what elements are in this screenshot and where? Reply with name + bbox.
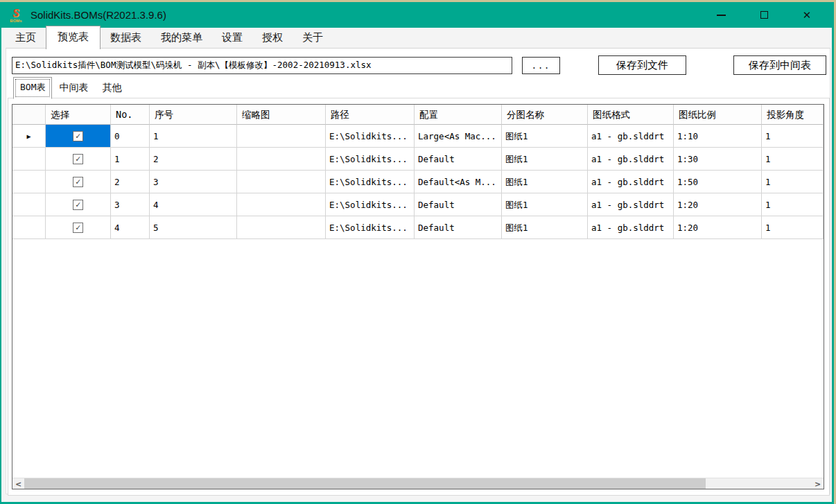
maximize-button[interactable] (742, 2, 785, 28)
row-selector[interactable] (12, 193, 46, 216)
scroll-right-button[interactable]: > (812, 478, 824, 489)
cell-projection[interactable]: 1 (762, 148, 824, 171)
save-to-file-button[interactable]: 保存到文件 (598, 55, 686, 75)
col-header-seq[interactable]: 序号 (150, 105, 237, 125)
col-header-config[interactable]: 配置 (415, 105, 502, 125)
cell-thumbnail[interactable] (237, 125, 326, 148)
cell-no[interactable]: 3 (111, 193, 150, 216)
checkbox-checked[interactable]: ✓ (73, 223, 83, 233)
subtab-bom-table[interactable]: BOM表 (13, 77, 52, 99)
scrollbar-thumb[interactable] (24, 478, 706, 489)
col-header-scale[interactable]: 图纸比例 (674, 105, 762, 125)
cell-thumbnail[interactable] (237, 171, 326, 193)
cell-path[interactable]: E:\Solidkits... (326, 216, 415, 239)
cell-thumbnail[interactable] (237, 148, 326, 171)
cell-sheet-name[interactable]: 图纸1 (502, 193, 588, 216)
save-to-intermediate-button[interactable]: 保存到中间表 (733, 55, 826, 75)
checkbox-checked[interactable]: ✓ (73, 177, 83, 187)
cell-sheet-name[interactable]: 图纸1 (502, 216, 588, 239)
tab-preview-table[interactable]: 预览表 (46, 26, 101, 49)
cell-config[interactable]: Default (415, 193, 502, 216)
cell-projection[interactable]: 1 (762, 216, 824, 239)
col-header-sheet-name[interactable]: 分图名称 (502, 105, 588, 125)
file-path-input[interactable] (12, 57, 512, 74)
checkbox-checked[interactable]: ✓ (73, 154, 83, 164)
close-button[interactable]: ✕ (785, 2, 828, 28)
row-selector[interactable] (12, 171, 46, 193)
cell-thumbnail[interactable] (237, 216, 326, 239)
cell-config[interactable]: Default (415, 216, 502, 239)
cell-projection[interactable]: 1 (762, 171, 824, 193)
cell-seq[interactable]: 4 (150, 193, 237, 216)
cell-thumbnail[interactable] (237, 193, 326, 216)
cell-config[interactable]: Default<As M... (415, 171, 502, 193)
checkbox-checked[interactable]: ✓ (73, 131, 83, 141)
cell-select[interactable]: ✓ (46, 216, 111, 239)
cell-path[interactable]: E:\Solidkits... (326, 171, 415, 193)
cell-config[interactable]: Large<As Mac... (415, 125, 502, 148)
cell-path[interactable]: E:\Solidkits... (326, 125, 415, 148)
minimize-button[interactable] (699, 2, 742, 28)
tab-authorization[interactable]: 授权 (252, 28, 293, 49)
cell-select[interactable]: ✓ (46, 193, 111, 216)
cell-projection[interactable]: 1 (762, 125, 824, 148)
checkbox-checked[interactable]: ✓ (73, 200, 83, 210)
col-header-no[interactable]: No. (111, 105, 150, 125)
col-header-path[interactable]: 路径 (326, 105, 415, 125)
browse-button[interactable]: ... (522, 57, 560, 74)
row-selector[interactable]: ▶ (12, 125, 46, 148)
col-header-projection[interactable]: 投影角度 (762, 105, 824, 125)
tab-my-menu[interactable]: 我的菜单 (151, 28, 212, 49)
cell-select[interactable]: ✓ (46, 125, 111, 148)
cell-no[interactable]: 4 (111, 216, 150, 239)
cell-no[interactable]: 0 (111, 125, 150, 148)
cell-sheet-format[interactable]: a1 - gb.slddrt (588, 148, 674, 171)
col-header-sheet-format[interactable]: 图纸格式 (588, 105, 674, 125)
app-logo-icon: S BOMs (7, 5, 25, 26)
tab-data-table[interactable]: 数据表 (101, 28, 151, 49)
tab-about[interactable]: 关于 (293, 28, 333, 49)
col-header-thumbnail[interactable]: 缩略图 (237, 105, 326, 125)
cell-sheet-format[interactable]: a1 - gb.slddrt (588, 171, 674, 193)
cell-sheet-format[interactable]: a1 - gb.slddrt (588, 193, 674, 216)
title-bar: S BOMs SolidKits.BOMs(R2021.3.9.6) ✕ (0, 2, 834, 28)
horizontal-scrollbar[interactable]: < > (12, 478, 824, 489)
subtab-intermediate-table[interactable]: 中间表 (52, 79, 95, 98)
scroll-left-button[interactable]: < (12, 478, 24, 489)
cell-scale[interactable]: 1:20 (674, 216, 762, 239)
cell-sheet-name[interactable]: 图纸1 (502, 125, 588, 148)
maximize-icon (760, 11, 768, 19)
tab-settings[interactable]: 设置 (212, 28, 252, 49)
cell-scale[interactable]: 1:10 (674, 125, 762, 148)
minimize-icon (717, 15, 726, 16)
cell-scale[interactable]: 1:50 (674, 171, 762, 193)
row-selector[interactable] (12, 148, 46, 171)
cell-projection[interactable]: 1 (762, 193, 824, 216)
table-row: ▶ ✓ 0 1 E:\Solidkits... Large<As Mac... … (12, 125, 824, 148)
cell-seq[interactable]: 3 (150, 171, 237, 193)
table-row: ✓ 1 2 E:\Solidkits... Default 图纸1 a1 - g… (12, 148, 824, 171)
cell-select[interactable]: ✓ (46, 148, 111, 171)
cell-config[interactable]: Default (415, 148, 502, 171)
cell-sheet-name[interactable]: 图纸1 (502, 148, 588, 171)
cell-sheet-name[interactable]: 图纸1 (502, 171, 588, 193)
cell-path[interactable]: E:\Solidkits... (326, 148, 415, 171)
bom-data-grid: 选择 No. 序号 缩略图 路径 配置 分图名称 图纸格式 图纸比例 投影角度 … (12, 104, 824, 489)
cell-seq[interactable]: 1 (150, 125, 237, 148)
tab-home[interactable]: 主页 (6, 28, 46, 49)
cell-scale[interactable]: 1:30 (674, 148, 762, 171)
cell-seq[interactable]: 5 (150, 216, 237, 239)
col-header-select[interactable]: 选择 (46, 105, 111, 125)
cell-sheet-format[interactable]: a1 - gb.slddrt (588, 216, 674, 239)
cell-no[interactable]: 2 (111, 171, 150, 193)
cell-scale[interactable]: 1:20 (674, 193, 762, 216)
cell-no[interactable]: 1 (111, 148, 150, 171)
subtab-other[interactable]: 其他 (95, 79, 128, 98)
logo-badge-text: BOMs (10, 19, 21, 23)
cell-select[interactable]: ✓ (46, 171, 111, 193)
cell-sheet-format[interactable]: a1 - gb.slddrt (588, 125, 674, 148)
cell-seq[interactable]: 2 (150, 148, 237, 171)
row-selector[interactable] (12, 216, 46, 239)
row-header-corner[interactable] (12, 105, 46, 125)
cell-path[interactable]: E:\Solidkits... (326, 193, 415, 216)
